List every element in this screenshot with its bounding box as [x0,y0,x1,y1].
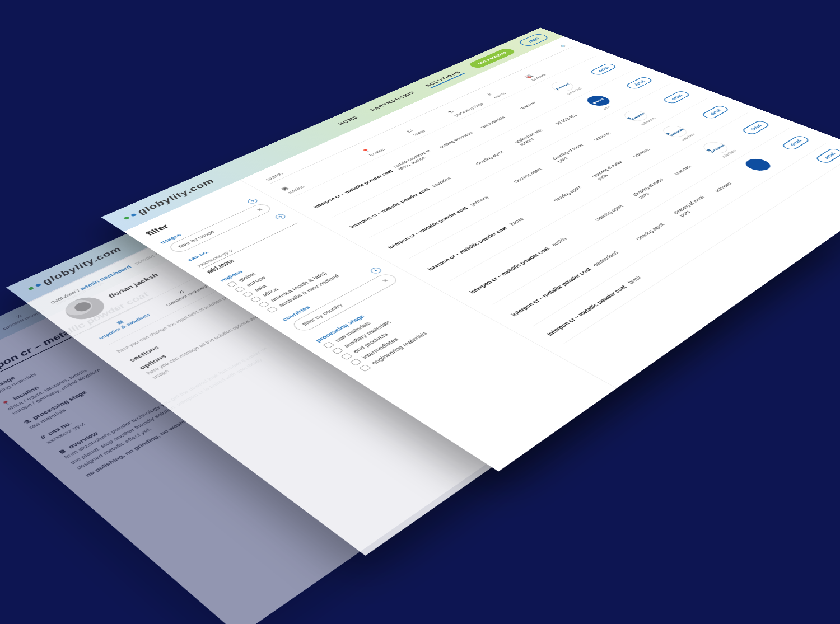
row-stage: cleaning of metal parts [550,139,597,163]
row-cas: unknown [673,153,712,175]
row-location: germany [468,182,514,206]
row-location: countries [430,165,475,187]
detail-button[interactable]: detail [814,147,840,164]
row-location: france [508,201,554,226]
checkbox-icon[interactable] [234,286,245,292]
add-usage-icon[interactable]: + [246,198,259,204]
row-usage: coating chemicals [437,128,480,148]
row-stage: raw materials [479,109,520,129]
row-cas: 52-259-461 [554,106,594,125]
row-cas: unknown [631,137,671,158]
row-usage: cleaning agent [512,161,556,183]
row-stage: cleaning of metal parts [631,173,678,199]
checkbox-icon[interactable] [340,353,353,360]
row-cas: unknown [713,170,753,193]
clear-icon[interactable]: × [380,277,391,283]
tag-icon: 🏷 [404,128,415,133]
checkbox-icon[interactable] [323,341,334,349]
detail-button[interactable]: detail [700,105,730,119]
row-location: certain countries in africa, europe [391,147,442,171]
detail-button[interactable]: detail [780,134,811,151]
search-icon[interactable]: 🔍 [559,44,570,48]
row-usage: cleaning agent [474,144,517,165]
solution-icon: ▣ [279,185,290,191]
logo-icon [25,281,44,292]
row-stage: cleaning of metal parts [590,156,637,180]
row-usage: cleaning agent [634,215,678,241]
list-icon: ☰ [177,289,185,294]
detail-button[interactable]: detail [661,90,692,104]
add-cas-icon[interactable]: + [273,213,287,220]
row-cas: unknown [518,91,558,109]
checkbox-icon[interactable] [359,364,371,371]
row-producer [786,162,819,183]
grid-icon: ▤ [115,320,124,325]
checkbox-icon[interactable] [332,347,343,354]
row-stage: application with sprayer [512,123,559,146]
detail-button[interactable]: detail [589,63,618,76]
row-usage: cleaning agent [593,197,637,222]
checkbox-icon[interactable] [258,301,269,308]
stage-icon: ⚗ [446,110,456,114]
add-country-icon[interactable]: + [368,266,383,274]
checkbox-icon[interactable] [250,296,262,302]
row-stage [712,208,748,230]
row-usage [672,232,710,256]
checkbox-icon[interactable] [267,306,278,313]
row-cas: unknown [592,121,632,141]
row-stage: cleaning of metal parts [671,190,719,217]
detail-button[interactable]: detail [740,120,771,135]
hash-icon: # [485,92,493,96]
checkbox-icon[interactable] [350,358,362,365]
detail-button[interactable]: detail [624,76,654,90]
tab-customer[interactable]: ☰customer requests [159,281,208,307]
row-usage: cleaning agent [552,179,595,202]
nav-home[interactable]: HOME [337,115,362,126]
clear-icon[interactable]: × [255,207,265,212]
checkbox-icon[interactable] [242,291,253,297]
row-cas [750,185,784,206]
tab-supplier[interactable]: ▤supplier & solutions [92,309,152,340]
logo-icon [120,212,139,221]
row-location: deutschland [591,240,637,267]
checkbox-icon[interactable] [226,281,237,287]
row-location: austria [549,220,595,247]
hash-icon: # [39,434,48,440]
